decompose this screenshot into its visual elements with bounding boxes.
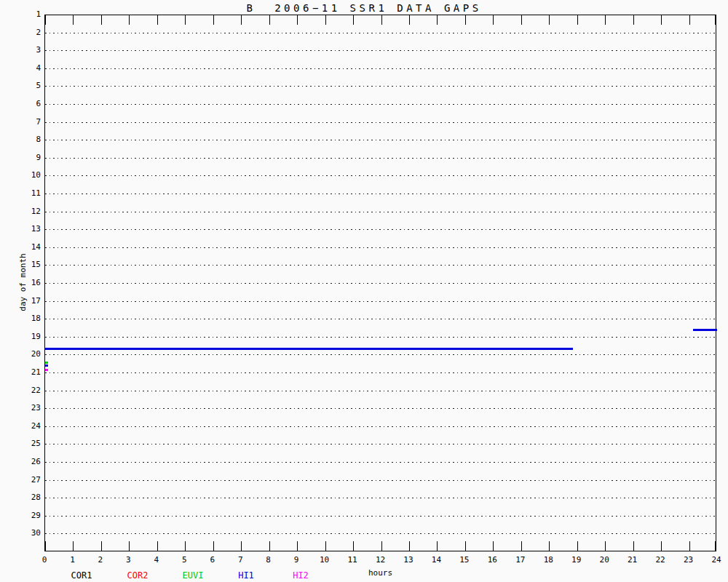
hour-tick-top <box>45 15 46 25</box>
day-tick-label: 28 <box>0 493 41 502</box>
day-gridline <box>45 319 716 319</box>
day-gridline <box>45 354 716 355</box>
hour-tick-bottom <box>157 541 158 551</box>
day-gridline <box>45 426 716 427</box>
hour-tick-top <box>241 15 242 25</box>
day-gridline <box>45 247 716 248</box>
hour-tick-label: 15 <box>452 556 477 565</box>
day-tick-label: 1 <box>0 10 41 19</box>
day-tick-label: 17 <box>0 297 41 306</box>
day-tick-label: 13 <box>0 225 41 234</box>
hour-tick-bottom <box>297 541 298 551</box>
hour-tick-bottom <box>689 541 690 551</box>
hour-tick-label: 8 <box>256 556 281 565</box>
legend-item-hi2: HI2 <box>293 570 309 581</box>
hour-tick-bottom <box>549 541 550 551</box>
hour-tick-top <box>605 15 606 25</box>
hour-tick-label: 10 <box>312 556 337 565</box>
hour-tick-bottom <box>185 541 186 551</box>
hour-tick-top <box>353 15 354 25</box>
hour-tick-bottom <box>577 541 578 551</box>
day-gridline <box>45 68 716 69</box>
hour-tick-bottom <box>465 541 466 551</box>
day-tick-label: 22 <box>0 386 41 395</box>
hour-tick-label: 19 <box>564 556 589 565</box>
day-gridline <box>45 283 716 284</box>
gap-bar-euvi <box>45 362 48 364</box>
hour-tick-label: 12 <box>368 556 393 565</box>
day-gridline <box>45 86 716 87</box>
day-gridline <box>45 391 716 391</box>
hour-tick-bottom <box>241 541 242 551</box>
day-gridline <box>45 140 716 140</box>
hour-tick-top <box>185 15 186 25</box>
day-tick-label: 8 <box>0 135 41 144</box>
hour-tick-top <box>157 15 158 25</box>
day-gridline <box>45 337 716 338</box>
day-tick-label: 29 <box>0 511 41 520</box>
hour-tick-bottom <box>493 541 494 551</box>
hour-tick-bottom <box>437 541 438 551</box>
hour-tick-bottom <box>269 541 270 551</box>
hour-tick-label: 16 <box>480 556 505 565</box>
hour-tick-bottom <box>73 541 74 551</box>
hour-tick-top <box>325 15 326 25</box>
day-gridline <box>45 533 716 534</box>
day-tick-label: 2 <box>0 28 41 37</box>
day-tick-label: 11 <box>0 189 41 198</box>
day-gridline <box>45 104 716 105</box>
day-tick-label: 27 <box>0 476 41 485</box>
hour-tick-bottom <box>129 541 130 551</box>
hour-tick-label: 18 <box>536 556 561 565</box>
hour-tick-top <box>633 15 634 25</box>
hour-tick-label: 2 <box>88 556 113 565</box>
day-tick-label: 12 <box>0 207 41 216</box>
hour-tick-top <box>297 15 298 25</box>
hour-tick-bottom <box>661 541 662 551</box>
hour-tick-top <box>437 15 438 25</box>
hour-tick-label: 6 <box>200 556 225 565</box>
day-tick-label: 3 <box>0 46 41 55</box>
hour-tick-bottom <box>605 541 606 551</box>
hour-tick-top <box>73 15 74 25</box>
day-tick-label: 24 <box>0 422 41 431</box>
hour-tick-top <box>465 15 466 25</box>
hour-tick-bottom <box>325 541 326 551</box>
plot-area <box>44 15 716 551</box>
hour-tick-label: 5 <box>172 556 197 565</box>
hour-tick-label: 11 <box>340 556 365 565</box>
legend-item-cor2: COR2 <box>127 570 149 581</box>
day-tick-label: 16 <box>0 279 41 287</box>
day-tick-label: 19 <box>0 332 41 341</box>
day-tick-label: 25 <box>0 439 41 448</box>
hour-tick-label: 1 <box>60 556 84 565</box>
day-tick-label: 15 <box>0 260 41 269</box>
day-gridline <box>45 175 716 176</box>
day-gridline <box>45 33 716 33</box>
figure: B 2006−11 SSR1 DATA GAPS day of month ho… <box>0 0 728 582</box>
day-tick-label: 23 <box>0 404 41 412</box>
hour-tick-label: 0 <box>32 556 57 565</box>
hour-tick-label: 23 <box>676 556 701 565</box>
hour-tick-bottom <box>633 541 634 551</box>
day-tick-label: 9 <box>0 154 41 162</box>
day-tick-label: 30 <box>0 529 41 538</box>
gap-bar-hi1 <box>45 364 48 367</box>
hour-tick-top <box>381 15 382 25</box>
hour-tick-label: 20 <box>592 556 617 565</box>
hour-tick-top <box>409 15 410 25</box>
day-gridline <box>45 462 716 463</box>
legend-item-hi1: HI1 <box>238 570 254 581</box>
day-gridline <box>45 444 716 445</box>
gap-bar-hi1 <box>45 348 573 350</box>
hour-tick-label: 13 <box>396 556 421 565</box>
day-tick-label: 26 <box>0 458 41 466</box>
day-tick-label: 20 <box>0 350 41 359</box>
hour-tick-bottom <box>521 541 522 551</box>
day-tick-label: 6 <box>0 100 41 108</box>
day-gridline <box>45 158 716 159</box>
day-gridline <box>45 122 716 123</box>
gap-bar-hi1 <box>693 329 717 331</box>
day-tick-label: 18 <box>0 314 41 323</box>
day-gridline <box>45 408 716 409</box>
